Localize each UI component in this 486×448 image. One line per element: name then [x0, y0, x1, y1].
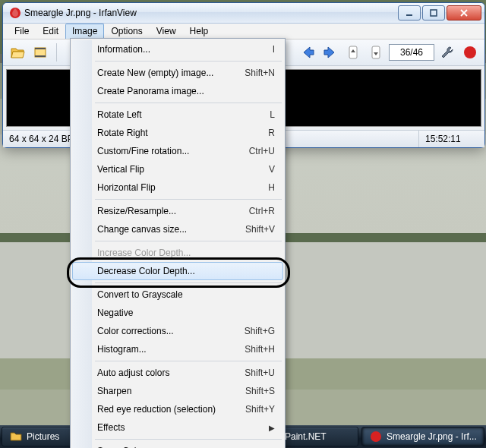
- menu-item[interactable]: Rotate LeftL: [72, 106, 283, 124]
- folder-icon: [10, 431, 22, 443]
- prev-button[interactable]: [298, 43, 317, 62]
- menu-item-shortcut: H: [268, 182, 275, 193]
- menu-item-shortcut: R: [268, 128, 275, 138]
- page-up-icon: [346, 45, 361, 60]
- menu-item-shortcut: Ctrl+R: [249, 206, 275, 216]
- image-menu-dropdown: Information...ICreate New (empty) image.…: [70, 38, 286, 448]
- menu-item[interactable]: Negative: [72, 304, 283, 322]
- menu-item[interactable]: Swap Colors▶: [72, 442, 283, 448]
- menu-item-shortcut: Shift+N: [245, 68, 275, 78]
- menu-item[interactable]: SharpenShift+S: [72, 382, 283, 400]
- menu-item-shortcut: Shift+S: [245, 386, 275, 396]
- menu-item-shortcut: I: [273, 44, 275, 55]
- menu-item-label: Effects: [97, 422, 125, 433]
- arrow-right-icon: [323, 45, 338, 60]
- menu-item-label: Create Panorama image...: [97, 86, 204, 96]
- menu-separator: [95, 103, 282, 103]
- taskbar-label: Smeargle Jr.png - Irf...: [387, 431, 477, 442]
- menu-item-label: Red eye reduction (selection): [97, 404, 216, 415]
- svg-rect-4: [35, 48, 46, 49]
- svg-rect-1: [406, 14, 412, 16]
- menu-image[interactable]: Image: [65, 24, 104, 39]
- submenu-arrow-icon: ▶: [269, 424, 275, 432]
- menu-item[interactable]: Change canvas size...Shift+V: [72, 220, 283, 238]
- menu-item-shortcut: Shift+Y: [245, 404, 275, 415]
- filmstrip-icon: [33, 45, 48, 60]
- menu-item[interactable]: Auto adjust colorsShift+U: [72, 364, 283, 382]
- next-button[interactable]: [320, 43, 340, 62]
- menu-item-label: Create New (empty) image...: [97, 68, 213, 78]
- menu-item[interactable]: Convert to Grayscale: [72, 286, 283, 304]
- taskbar-label: Pictures: [27, 431, 59, 442]
- menu-item[interactable]: Custom/Fine rotation...Ctrl+U: [72, 142, 283, 160]
- status-time: 15:52:11: [419, 131, 484, 147]
- menu-item-label: Increase Color Depth...: [97, 248, 191, 258]
- menu-item-shortcut: L: [270, 109, 275, 120]
- menu-item[interactable]: Resize/Resample...Ctrl+R: [72, 202, 283, 220]
- page-down-icon: [368, 45, 383, 60]
- menubar: File Edit Image Options View Help: [3, 24, 484, 39]
- menu-item-shortcut: Shift+V: [245, 224, 275, 235]
- about-button[interactable]: [460, 43, 480, 62]
- wrench-icon: [440, 45, 455, 60]
- menu-options[interactable]: Options: [104, 24, 149, 39]
- menu-help[interactable]: Help: [183, 24, 216, 39]
- close-button[interactable]: [447, 5, 481, 21]
- svg-point-11: [371, 431, 381, 442]
- open-button[interactable]: [8, 43, 27, 62]
- menu-item[interactable]: Create New (empty) image...Shift+N: [72, 64, 283, 82]
- settings-button[interactable]: [437, 43, 457, 62]
- menu-item[interactable]: Horizontal FlipH: [72, 178, 283, 197]
- menu-item[interactable]: Create Panorama image...: [72, 82, 283, 100]
- menu-item-label: Histogram...: [97, 344, 147, 355]
- last-button[interactable]: [366, 43, 386, 62]
- menu-item-label: Convert to Grayscale: [97, 289, 183, 300]
- menu-item[interactable]: Red eye reduction (selection)Shift+Y: [72, 400, 283, 418]
- taskbar-irfanview[interactable]: Smeargle Jr.png - Irf...: [361, 427, 484, 446]
- menu-view[interactable]: View: [150, 24, 183, 39]
- menu-separator: [95, 439, 282, 440]
- irfan-icon: [462, 45, 478, 60]
- menu-item-label: Information...: [97, 44, 150, 55]
- menu-item[interactable]: Color corrections...Shift+G: [72, 322, 283, 340]
- slideshow-button[interactable]: [30, 43, 50, 62]
- menu-item-shortcut: Ctrl+U: [249, 146, 275, 156]
- menu-item-label: Negative: [97, 308, 133, 318]
- menu-item[interactable]: Information...I: [72, 40, 283, 58]
- menu-item-label: Decrease Color Depth...: [97, 266, 195, 276]
- menu-separator: [95, 61, 282, 62]
- menu-item-shortcut: Shift+H: [245, 344, 275, 355]
- menu-item-label: Vertical Flip: [97, 164, 144, 175]
- svg-point-8: [464, 46, 476, 58]
- menu-item-label: Auto adjust colors: [97, 368, 169, 378]
- maximize-button[interactable]: [422, 5, 445, 21]
- menu-item[interactable]: Rotate RightR: [72, 124, 283, 142]
- menu-item-shortcut: Shift+G: [245, 326, 275, 336]
- menu-separator: [95, 199, 282, 200]
- irfanview-window: Smeargle Jr.png - IrfanView File Edit Im…: [2, 2, 485, 148]
- menu-item-label: Sharpen: [97, 386, 131, 396]
- titlebar[interactable]: Smeargle Jr.png - IrfanView: [3, 3, 484, 24]
- menu-item-label: Color corrections...: [97, 326, 174, 336]
- menu-item[interactable]: Effects▶: [72, 418, 283, 437]
- app-icon: [9, 7, 21, 19]
- toolbar-separator: [56, 43, 57, 62]
- page-counter[interactable]: 36/46: [389, 44, 434, 61]
- folder-open-icon: [10, 45, 25, 60]
- first-button[interactable]: [343, 43, 363, 62]
- menu-edit[interactable]: Edit: [36, 24, 65, 39]
- menu-item[interactable]: Histogram...Shift+H: [72, 340, 283, 358]
- menu-item[interactable]: Vertical FlipV: [72, 160, 283, 178]
- window-title: Smeargle Jr.png - IrfanView: [24, 8, 396, 18]
- svg-rect-2: [431, 10, 437, 16]
- minimize-button[interactable]: [398, 5, 421, 21]
- menu-item-label: Rotate Left: [97, 109, 142, 120]
- menu-item-shortcut: Shift+U: [245, 368, 275, 378]
- menu-item-label: Horizontal Flip: [97, 182, 156, 193]
- menu-separator: [95, 361, 282, 361]
- menu-file[interactable]: File: [8, 24, 36, 39]
- menu-item-shortcut: V: [269, 164, 275, 175]
- menu-item[interactable]: Decrease Color Depth...: [72, 262, 283, 280]
- svg-rect-5: [35, 55, 46, 57]
- menu-item-label: Resize/Resample...: [97, 206, 176, 216]
